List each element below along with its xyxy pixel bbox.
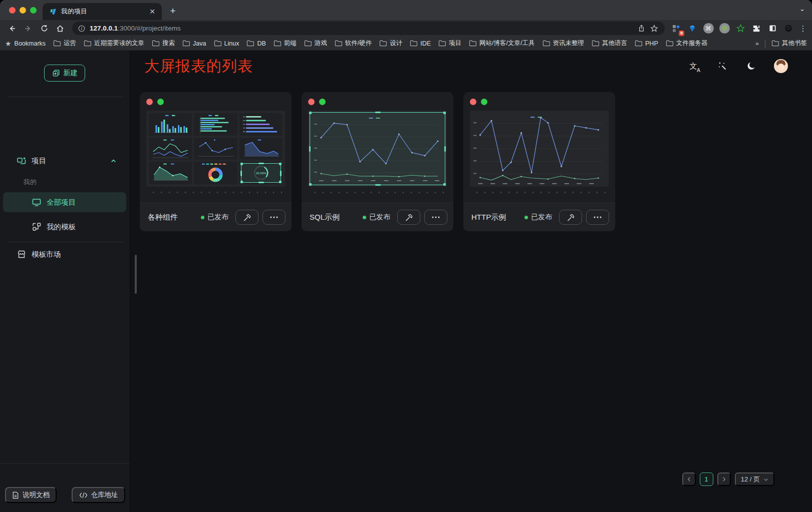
bookmark-folder[interactable]: 搜索: [152, 39, 175, 48]
mini-capsule-chart: [239, 113, 283, 136]
command-extension-icon[interactable]: ⌘: [702, 22, 715, 35]
sidebar-footer: 说明文档 仓库地址: [0, 463, 130, 512]
bookmarks-root-label: Bookmarks: [15, 40, 46, 47]
bookmark-folder[interactable]: Java: [182, 40, 206, 47]
dotted-separator: [309, 192, 446, 193]
tab-manager-extension-icon[interactable]: 9: [670, 22, 683, 35]
green-star-extension-icon[interactable]: [734, 22, 747, 35]
bookmark-folder[interactable]: 游戏: [304, 39, 327, 48]
window-controls: [0, 0, 43, 20]
extensions-puzzle-icon[interactable]: [750, 22, 763, 35]
project-status: 已发布: [363, 213, 390, 222]
bookmark-folder-label: 资讯未整理: [553, 39, 585, 48]
bookmark-folder-label: 文件服务器: [676, 39, 708, 48]
bookmark-folder[interactable]: 设计: [379, 39, 402, 48]
gem-extension-icon[interactable]: [686, 22, 699, 35]
sidebar: 新建 项目 我的 全部项目 我的模板: [0, 51, 130, 512]
address-bar[interactable]: 127.0.0.1:3000/#/project/items: [72, 22, 665, 35]
minimize-window-button[interactable]: [20, 7, 26, 14]
project-thumbnail: [308, 111, 447, 187]
user-avatar[interactable]: [774, 59, 788, 73]
tab-search-chevron-icon[interactable]: ⌄: [799, 5, 805, 13]
prev-page-button[interactable]: [682, 472, 696, 486]
page-header: 大屏报表的列表 文A: [130, 51, 812, 82]
browser-menu-icon[interactable]: ⋮: [798, 24, 808, 33]
sidebar-item-label: 我的模板: [47, 222, 76, 232]
red-dot: [308, 99, 315, 105]
bookmark-folder-label: 软件/硬件: [345, 39, 372, 48]
docs-button[interactable]: 说明文档: [5, 487, 57, 503]
project-title: HTTP示例: [471, 213, 520, 222]
home-button[interactable]: [53, 22, 67, 36]
bookmark-folder[interactable]: 运营: [53, 39, 76, 48]
edit-hammer-button[interactable]: [397, 210, 420, 225]
bookmark-folder[interactable]: 项目: [438, 39, 461, 48]
card-footer: HTTP示例 已发布: [463, 203, 615, 231]
sidebar-item-all-projects[interactable]: 全部项目: [3, 192, 126, 212]
forward-button[interactable]: [21, 22, 35, 36]
project-card[interactable]: HTTP示例 已发布: [463, 92, 615, 231]
project-thumbnail: [470, 111, 609, 187]
current-page-button[interactable]: 1: [700, 472, 713, 486]
next-page-button[interactable]: [717, 472, 731, 486]
bookmark-folder[interactable]: 文件服务器: [666, 39, 708, 48]
bookmark-folder[interactable]: 近期需要读的文章: [84, 39, 144, 48]
chevron-down-icon: [763, 477, 768, 482]
profile-emoji-icon[interactable]: 😄: [782, 22, 795, 35]
project-card[interactable]: 25.00% 各种组件 已发布: [140, 92, 292, 231]
bookmark-folder[interactable]: 前端: [274, 39, 297, 48]
repo-button[interactable]: 仓库地址: [72, 487, 125, 503]
extensions-row: 9 ⌘ 😄 ⋮: [670, 22, 808, 35]
zoom-window-button[interactable]: [30, 7, 37, 14]
tab-close-icon[interactable]: ✕: [148, 7, 157, 16]
more-options-button[interactable]: [424, 210, 447, 225]
bookmark-star-icon[interactable]: [648, 22, 661, 35]
edit-hammer-button[interactable]: [559, 210, 582, 225]
share-icon[interactable]: [635, 22, 648, 35]
bookmarks-overflow-chevron[interactable]: »: [755, 40, 759, 47]
dark-mode-moon-icon[interactable]: [745, 60, 758, 73]
project-status: 已发布: [201, 213, 228, 222]
more-options-button[interactable]: [262, 210, 286, 225]
recorder-extension-icon[interactable]: [718, 22, 731, 35]
new-project-button[interactable]: 新建: [44, 65, 85, 82]
bookmark-folder-label: Java: [193, 40, 206, 47]
bookmark-folder[interactable]: Linux: [214, 40, 239, 47]
more-options-button[interactable]: [586, 210, 609, 225]
red-dot: [470, 99, 476, 105]
site-info-icon[interactable]: [78, 25, 85, 32]
bookmark-folder[interactable]: 其他语言: [592, 39, 627, 48]
bookmark-folder[interactable]: 网站/博客/文章/工具: [469, 39, 534, 48]
edit-hammer-button[interactable]: [235, 210, 258, 225]
project-card[interactable]: SQL示例 已发布: [302, 92, 453, 231]
bookmark-folder[interactable]: PHP: [635, 40, 658, 47]
folder-icon: [304, 40, 312, 47]
bookmark-folder[interactable]: 软件/硬件: [335, 39, 372, 48]
page-size-select[interactable]: 12 / 页: [735, 472, 774, 486]
project-thumbnail: 25.00%: [146, 111, 285, 187]
other-bookmarks[interactable]: 其他书签: [771, 39, 807, 48]
pagination: 1 12 / 页: [682, 472, 774, 486]
project-status: 已发布: [524, 213, 552, 222]
sidebar-item-my-templates[interactable]: 我的模板: [32, 219, 76, 234]
chevron-up-icon[interactable]: [110, 158, 117, 164]
close-window-button[interactable]: [9, 7, 16, 14]
dark-mode-extension-icon[interactable]: [766, 22, 779, 35]
bookmark-folder[interactable]: IDE: [410, 40, 431, 47]
back-button[interactable]: [5, 22, 19, 36]
folder-icon: [53, 40, 61, 47]
bookmark-folder[interactable]: DB: [246, 40, 265, 47]
sidebar-item-template-market[interactable]: 模板市场: [17, 247, 61, 262]
bookmarks-root[interactable]: ★ Bookmarks: [5, 40, 46, 48]
magic-wand-icon[interactable]: [716, 60, 729, 73]
scrollbar-thumb[interactable]: [135, 255, 137, 294]
new-tab-button[interactable]: +: [166, 4, 180, 18]
language-icon[interactable]: 文A: [687, 60, 700, 73]
sidebar-group-projects[interactable]: 项目: [17, 153, 130, 168]
folder-icon: [469, 40, 476, 47]
bookmark-folder[interactable]: 资讯未整理: [543, 39, 585, 48]
status-label: 已发布: [207, 213, 228, 222]
browser-tab[interactable]: 我的项目 ✕: [43, 3, 162, 20]
reload-button[interactable]: [37, 22, 51, 36]
dotted-separator: [471, 192, 608, 193]
